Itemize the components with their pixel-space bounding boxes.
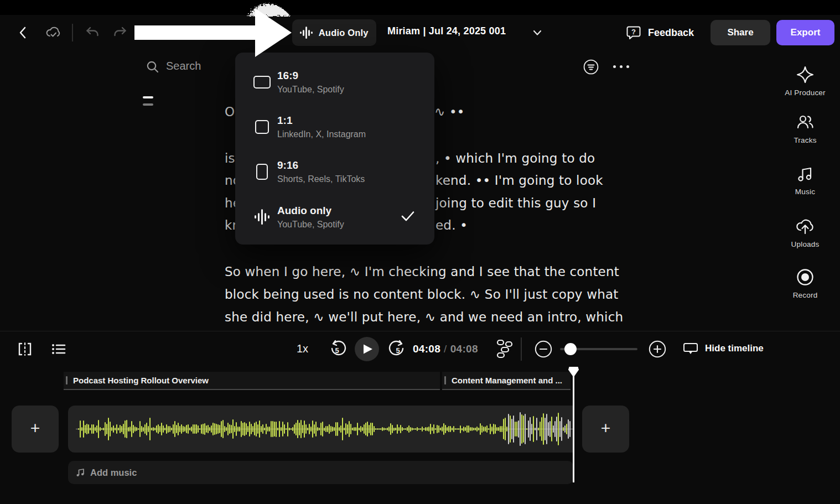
sidebar-item-label: Uploads bbox=[791, 240, 820, 248]
svg-text:5: 5 bbox=[396, 346, 400, 355]
format-dropdown-menu: 16:9 YouTube, Spotify 1:1 LinkedIn, X, I… bbox=[235, 53, 434, 245]
segment-lead-bar bbox=[444, 376, 446, 385]
hide-timeline-label: Hide timeline bbox=[705, 343, 764, 354]
play-button[interactable] bbox=[355, 337, 379, 361]
audio-only-label: Audio Only bbox=[319, 28, 369, 38]
outline-bar-bottom bbox=[143, 103, 153, 106]
portrait-rect-icon bbox=[252, 164, 272, 180]
toolbar-divider bbox=[72, 24, 73, 41]
more-options-icon[interactable] bbox=[613, 65, 629, 68]
cloud-upload-icon bbox=[795, 217, 815, 236]
menu-item-1-1[interactable]: 1:1 LinkedIn, X, Instagram bbox=[235, 110, 434, 144]
svg-text:?: ? bbox=[631, 28, 636, 36]
scribble-annotation bbox=[242, 0, 295, 17]
hide-timeline-button[interactable]: Hide timeline bbox=[683, 341, 764, 356]
menu-item-audio-only[interactable]: Audio only YouTube, Spotify bbox=[235, 200, 434, 234]
cloud-sync-icon[interactable] bbox=[44, 23, 62, 41]
redo-icon[interactable] bbox=[112, 24, 128, 41]
people-icon bbox=[796, 114, 815, 132]
transcript-fragment[interactable]: ed. • bbox=[435, 218, 468, 232]
chevron-down-icon[interactable] bbox=[531, 28, 543, 37]
share-button[interactable]: Share bbox=[711, 20, 770, 45]
playback-speed[interactable]: 1x bbox=[297, 342, 308, 355]
skip-forward-5-icon[interactable]: 5 bbox=[388, 340, 406, 358]
play-icon bbox=[363, 344, 373, 355]
app-window: Audio Only Miriam | Jul 24, 2025 001 ? F… bbox=[0, 0, 840, 504]
timeline-segment[interactable]: Podcast Hosting Rollout Overview bbox=[64, 372, 440, 390]
project-title[interactable]: Miriam | Jul 24, 2025 001 bbox=[387, 25, 506, 37]
waveform[interactable] bbox=[68, 406, 573, 453]
menu-item-subtitle: Shorts, Reels, TikToks bbox=[277, 174, 365, 184]
music-note-icon bbox=[796, 165, 814, 183]
plus-icon: + bbox=[30, 420, 40, 437]
menu-item-9-16[interactable]: 9:16 Shorts, Reels, TikToks bbox=[235, 154, 434, 189]
transcript-line[interactable]: So when I go here, ∿ I'm checking and I … bbox=[225, 264, 619, 279]
transcript-fragment[interactable]: is bbox=[225, 151, 235, 165]
current-time: 04:08 bbox=[413, 343, 440, 355]
total-time: 04:08 bbox=[450, 343, 478, 355]
timeline-panel-icon bbox=[683, 341, 698, 356]
add-clip-left-button[interactable]: + bbox=[12, 406, 59, 453]
question-bubble-icon: ? bbox=[626, 24, 641, 41]
menu-item-subtitle: YouTube, Spotify bbox=[277, 220, 344, 230]
transcript-fragment[interactable]: kend. •• I'm going to look bbox=[435, 173, 603, 188]
timeline-layers-icon[interactable] bbox=[496, 339, 513, 358]
search-input[interactable]: Search bbox=[166, 60, 201, 72]
segment-label: Content Management and ... bbox=[452, 376, 562, 385]
outline-toggle-icon[interactable] bbox=[143, 96, 153, 106]
undo-icon[interactable] bbox=[84, 24, 101, 41]
music-note-icon bbox=[75, 467, 85, 477]
segment-label: Podcast Hosting Rollout Overview bbox=[73, 376, 209, 385]
sidebar-item-label: AI Producer bbox=[785, 89, 825, 97]
sidebar-item-record[interactable]: Record bbox=[770, 268, 840, 299]
landscape-rect-icon bbox=[252, 76, 272, 89]
feedback-label: Feedback bbox=[648, 27, 694, 39]
time-separator: / bbox=[440, 343, 450, 355]
record-icon bbox=[796, 268, 815, 287]
add-clip-right-button[interactable]: + bbox=[582, 406, 629, 453]
playhead-line[interactable] bbox=[573, 370, 574, 482]
add-music-row[interactable]: Add music bbox=[68, 461, 573, 484]
controls-divider bbox=[0, 331, 840, 331]
skip-back-5-icon[interactable]: 5 bbox=[329, 340, 346, 358]
menu-item-title: 1:1 bbox=[277, 115, 366, 127]
zoom-slider-knob[interactable] bbox=[564, 343, 577, 355]
split-clip-icon[interactable] bbox=[17, 341, 33, 357]
outline-bar-top bbox=[143, 96, 153, 98]
transcript-fragment[interactable]: O bbox=[225, 105, 235, 119]
audio-only-button[interactable]: Audio Only bbox=[292, 19, 376, 46]
sidebar-item-music[interactable]: Music bbox=[770, 165, 840, 196]
waveform-bars bbox=[78, 406, 572, 453]
add-music-label: Add music bbox=[90, 467, 137, 478]
search-icon[interactable] bbox=[146, 60, 160, 74]
timeline-segment[interactable]: Content Management and ... bbox=[442, 372, 571, 390]
plus-icon: + bbox=[601, 420, 611, 437]
transcript-line[interactable]: block being used is no content block. ∿ … bbox=[225, 287, 618, 302]
export-button[interactable]: Export bbox=[776, 20, 834, 45]
menu-item-16-9[interactable]: 16:9 YouTube, Spotify bbox=[235, 65, 434, 99]
transcript-fragment[interactable]: ∿ •• bbox=[434, 105, 465, 119]
transcript-fragment[interactable]: , • which I'm going to do bbox=[435, 151, 595, 165]
sidebar-item-ai-producer[interactable]: AI Producer bbox=[770, 65, 840, 97]
transcript-line[interactable]: she did here, ∿ we'll put here, ∿ and we… bbox=[225, 310, 623, 324]
zoom-out-button[interactable] bbox=[535, 340, 552, 358]
square-rect-icon bbox=[252, 120, 272, 134]
clip-list-icon[interactable] bbox=[51, 341, 66, 357]
menu-item-title: 16:9 bbox=[277, 70, 344, 82]
svg-text:5: 5 bbox=[335, 346, 339, 355]
sidebar-item-uploads[interactable]: Uploads bbox=[770, 217, 840, 248]
time-display: 04:08/04:08 bbox=[413, 343, 478, 355]
transcript-fragment[interactable]: joing to edit this guy so I bbox=[435, 196, 596, 210]
share-label: Share bbox=[727, 27, 753, 38]
zoom-in-button[interactable] bbox=[649, 340, 666, 358]
feedback-button[interactable]: ? Feedback bbox=[626, 24, 694, 41]
sidebar-item-tracks[interactable]: Tracks bbox=[770, 114, 840, 144]
segment-lead-bar bbox=[66, 376, 68, 385]
waveform-icon bbox=[252, 209, 272, 225]
back-button[interactable] bbox=[17, 25, 30, 40]
sidebar-item-label: Record bbox=[793, 291, 818, 299]
filter-icon[interactable] bbox=[583, 59, 599, 75]
menu-item-subtitle: LinkedIn, X, Instagram bbox=[277, 129, 366, 139]
controls-vertical-divider bbox=[521, 337, 522, 361]
sidebar-item-label: Tracks bbox=[794, 136, 816, 144]
